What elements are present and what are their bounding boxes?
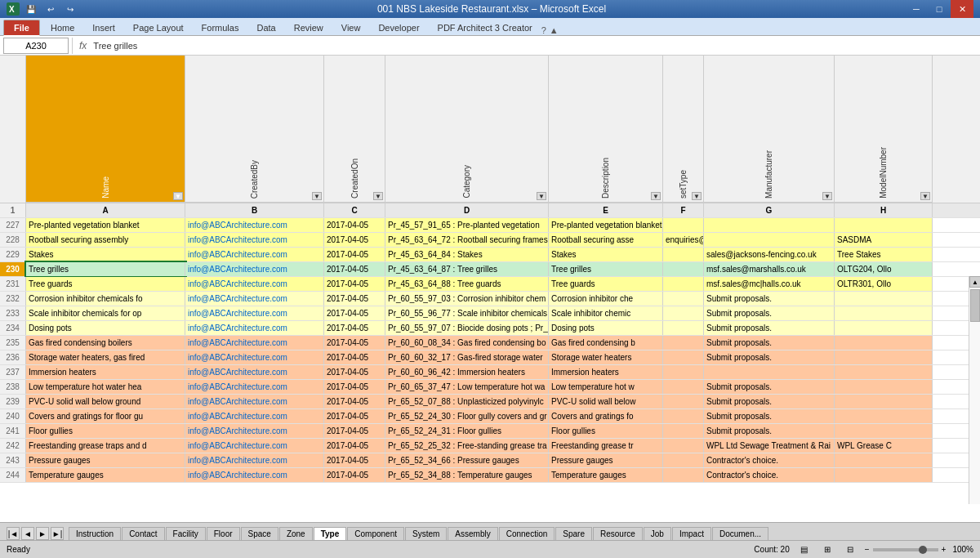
cell-229-a[interactable]: Stakes bbox=[26, 248, 185, 261]
cell-243-d[interactable]: Pr_65_52_34_66 : Pressure gauges bbox=[385, 453, 549, 467]
cell-235-a[interactable]: Gas fired condensing boilers bbox=[26, 336, 185, 350]
tab-review[interactable]: Review bbox=[285, 20, 332, 35]
cell-229-g[interactable]: sales@jacksons-fencing.co.uk bbox=[704, 248, 835, 261]
cell-238-f[interactable] bbox=[663, 380, 704, 394]
cell-243-c[interactable]: 2017-04-05 bbox=[324, 453, 385, 467]
cell-1-e[interactable]: E bbox=[549, 203, 663, 217]
cell-242-b[interactable]: info@ABCArchitecture.com bbox=[185, 439, 324, 453]
col-a-filter[interactable]: ▼ bbox=[173, 192, 183, 200]
cell-1-h[interactable]: H bbox=[835, 203, 933, 217]
col-header-b[interactable]: CreatedBy ▼ bbox=[185, 56, 324, 203]
cell-239-h[interactable] bbox=[835, 395, 933, 408]
cell-241-b[interactable]: info@ABCArchitecture.com bbox=[185, 424, 324, 438]
cell-243-e[interactable]: Pressure gauges bbox=[549, 453, 663, 467]
cell-244-b[interactable]: info@ABCArchitecture.com bbox=[185, 468, 324, 482]
col-header-a[interactable]: Name ▼ bbox=[26, 56, 185, 203]
col-f-filter[interactable]: ▼ bbox=[692, 192, 702, 200]
cell-240-a[interactable]: Covers and gratings for floor gu bbox=[26, 409, 185, 423]
cell-231-f[interactable] bbox=[663, 277, 704, 291]
sheet-tab-space[interactable]: Space bbox=[241, 527, 278, 540]
cell-227-d[interactable]: Pr_45_57_91_65 : Pre-planted vegetation bbox=[385, 218, 549, 232]
col-header-d[interactable]: Category ▼ bbox=[385, 56, 549, 203]
cell-233-f[interactable] bbox=[663, 306, 704, 320]
tab-insert[interactable]: Insert bbox=[83, 20, 124, 35]
cell-227-a[interactable]: Pre-planted vegetation blanket bbox=[26, 218, 185, 232]
cell-240-b[interactable]: info@ABCArchitecture.com bbox=[185, 409, 324, 423]
cell-232-e[interactable]: Corrosion inhibitor che bbox=[549, 292, 663, 306]
cell-230-b[interactable]: info@ABCArchitecture.com bbox=[185, 262, 324, 276]
cell-232-c[interactable]: 2017-04-05 bbox=[324, 292, 385, 306]
cell-242-g[interactable]: WPL Ltd Sewage Treatment & Rai bbox=[704, 439, 835, 453]
cell-231-e[interactable]: Tree guards bbox=[549, 277, 663, 291]
cell-227-h[interactable] bbox=[835, 218, 933, 232]
sheet-tab-system[interactable]: System bbox=[405, 527, 447, 540]
zoom-in-icon[interactable]: + bbox=[942, 545, 947, 554]
cell-234-h[interactable] bbox=[835, 321, 933, 335]
cell-239-b[interactable]: info@ABCArchitecture.com bbox=[185, 395, 324, 408]
page-break-view-btn[interactable]: ⊟ bbox=[842, 543, 858, 556]
vertical-scrollbar[interactable]: ▲ ▼ bbox=[969, 276, 980, 504]
cell-243-h[interactable] bbox=[835, 453, 933, 467]
cell-229-f[interactable] bbox=[663, 248, 704, 261]
cell-237-f[interactable] bbox=[663, 365, 704, 379]
cell-240-g[interactable]: Submit proposals. bbox=[704, 409, 835, 423]
cell-231-a[interactable]: Tree guards bbox=[26, 277, 185, 291]
tab-page-layout[interactable]: Page Layout bbox=[124, 20, 193, 35]
cell-236-f[interactable] bbox=[663, 350, 704, 364]
cell-238-a[interactable]: Low temperature hot water hea bbox=[26, 380, 185, 394]
cell-231-c[interactable]: 2017-04-05 bbox=[324, 277, 385, 291]
cell-227-g[interactable] bbox=[704, 218, 835, 232]
cell-239-g[interactable]: Submit proposals. bbox=[704, 395, 835, 408]
cell-239-e[interactable]: PVC-U solid wall below bbox=[549, 395, 663, 408]
cell-1-d[interactable]: D bbox=[385, 203, 549, 217]
cell-230-g[interactable]: msf.sales@marshalls.co.uk bbox=[704, 262, 835, 276]
cell-241-g[interactable]: Submit proposals. bbox=[704, 424, 835, 438]
col-b-filter[interactable]: ▼ bbox=[312, 192, 322, 200]
cell-230-a[interactable]: Tree grilles bbox=[26, 262, 185, 276]
cell-238-h[interactable] bbox=[835, 380, 933, 394]
cell-234-a[interactable]: Dosing pots bbox=[26, 321, 185, 335]
cell-235-b[interactable]: info@ABCArchitecture.com bbox=[185, 336, 324, 350]
cell-243-b[interactable]: info@ABCArchitecture.com bbox=[185, 453, 324, 467]
cell-236-a[interactable]: Storage water heaters, gas fired bbox=[26, 350, 185, 364]
sheet-nav-next[interactable]: ► bbox=[36, 527, 49, 540]
cell-240-e[interactable]: Covers and gratings fo bbox=[549, 409, 663, 423]
cell-244-f[interactable] bbox=[663, 468, 704, 482]
cell-230-d[interactable]: Pr_45_63_64_87 : Tree grilles bbox=[385, 262, 549, 276]
save-toolbar-btn[interactable]: 💾 bbox=[23, 2, 39, 16]
page-layout-view-btn[interactable]: ⊞ bbox=[819, 543, 835, 556]
sheet-tab-assembly[interactable]: Assembly bbox=[448, 527, 497, 540]
cell-242-c[interactable]: 2017-04-05 bbox=[324, 439, 385, 453]
cell-234-f[interactable] bbox=[663, 321, 704, 335]
cell-236-b[interactable]: info@ABCArchitecture.com bbox=[185, 350, 324, 364]
cell-228-a[interactable]: Rootball securing assembly bbox=[26, 233, 185, 247]
sheet-tab-spare[interactable]: Spare bbox=[555, 527, 592, 540]
col-header-e[interactable]: Description ▼ bbox=[549, 56, 663, 203]
cell-232-d[interactable]: Pr_60_55_97_03 : Corrosion inhibitor che… bbox=[385, 292, 549, 306]
sheet-tab-contact[interactable]: Contact bbox=[122, 527, 164, 540]
cell-241-c[interactable]: 2017-04-05 bbox=[324, 424, 385, 438]
cell-230-f[interactable] bbox=[663, 262, 704, 276]
cell-228-e[interactable]: Rootball securing asse bbox=[549, 233, 663, 247]
sheet-tab-connection[interactable]: Connection bbox=[499, 527, 555, 540]
cell-233-g[interactable]: Submit proposals. bbox=[704, 306, 835, 320]
cell-242-a[interactable]: Freestanding grease traps and d bbox=[26, 439, 185, 453]
cell-243-a[interactable]: Pressure gauges bbox=[26, 453, 185, 467]
cell-233-e[interactable]: Scale inhibitor chemic bbox=[549, 306, 663, 320]
cell-1-b[interactable]: B bbox=[185, 203, 324, 217]
cell-1-f[interactable]: F bbox=[663, 203, 704, 217]
sheet-tab-floor[interactable]: Floor bbox=[207, 527, 240, 540]
cell-228-g[interactable] bbox=[704, 233, 835, 247]
zoom-slider[interactable]: − + bbox=[865, 545, 947, 554]
cell-233-c[interactable]: 2017-04-05 bbox=[324, 306, 385, 320]
cell-227-f[interactable] bbox=[663, 218, 704, 232]
cell-232-a[interactable]: Corrosion inhibitor chemicals fo bbox=[26, 292, 185, 306]
help-icon[interactable]: ? bbox=[541, 25, 546, 35]
cell-229-e[interactable]: Stakes bbox=[549, 248, 663, 261]
zoom-track[interactable] bbox=[873, 548, 938, 551]
sheet-tab-zone[interactable]: Zone bbox=[279, 527, 313, 540]
cell-243-f[interactable] bbox=[663, 453, 704, 467]
cell-234-e[interactable]: Dosing pots bbox=[549, 321, 663, 335]
undo-toolbar-btn[interactable]: ↩ bbox=[42, 2, 59, 16]
sheet-tab-type[interactable]: Type bbox=[314, 527, 347, 540]
